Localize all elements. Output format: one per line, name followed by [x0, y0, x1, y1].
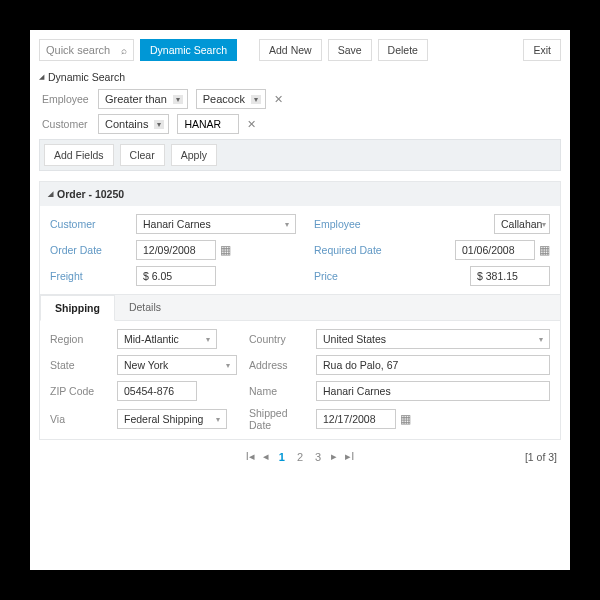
page-status: [1 of 3]: [525, 451, 557, 463]
employee-select[interactable]: Callahan▾: [494, 214, 550, 234]
freight-label: Freight: [50, 270, 128, 282]
first-page-icon[interactable]: I◂: [246, 450, 255, 463]
order-card: ◢ Order - 10250 Customer Hanari Carnes▾ …: [39, 181, 561, 440]
app-panel: Quick search ⌕ Dynamic Search Add New Sa…: [30, 30, 570, 570]
zip-input[interactable]: 05454-876: [117, 381, 197, 401]
freight-input[interactable]: $ 6.05: [136, 266, 216, 286]
chevron-down-icon: ▾: [251, 95, 261, 104]
chevron-down-icon: ▾: [173, 95, 183, 104]
clear-button[interactable]: Clear: [120, 144, 165, 166]
zip-label: ZIP Code: [50, 385, 105, 397]
tab-shipping[interactable]: Shipping: [40, 295, 115, 321]
page-2[interactable]: 2: [295, 451, 305, 463]
state-select[interactable]: New York▾: [117, 355, 237, 375]
order-header[interactable]: ◢ Order - 10250: [40, 182, 560, 206]
dynamic-search-button[interactable]: Dynamic Search: [140, 39, 237, 61]
criteria-label: Employee: [42, 93, 90, 105]
quick-search-placeholder: Quick search: [46, 44, 110, 56]
remove-icon[interactable]: ✕: [274, 93, 283, 106]
required-date-label: Required Date: [314, 244, 394, 256]
calendar-icon[interactable]: ▦: [539, 243, 550, 257]
order-title: Order - 10250: [57, 188, 124, 200]
toolbar: Quick search ⌕ Dynamic Search Add New Sa…: [39, 39, 561, 61]
employee-label: Employee: [314, 218, 394, 230]
criteria-row-customer: Customer Contains▾ ✕: [42, 114, 561, 134]
dynamic-search-section: ◢ Dynamic Search Employee Greater than▾ …: [39, 71, 561, 171]
exit-button[interactable]: Exit: [523, 39, 561, 61]
chevron-down-icon: ▾: [154, 120, 164, 129]
search-icon: ⌕: [121, 45, 127, 56]
chevron-down-icon: ▾: [226, 361, 230, 370]
operator-select[interactable]: Contains▾: [98, 114, 169, 134]
chevron-down-icon: ▾: [542, 220, 546, 229]
last-page-icon[interactable]: ▸I: [345, 450, 354, 463]
remove-icon[interactable]: ✕: [247, 118, 256, 131]
dynamic-search-actions: Add Fields Clear Apply: [39, 139, 561, 171]
address-label: Address: [249, 359, 304, 371]
save-button[interactable]: Save: [328, 39, 372, 61]
via-label: Via: [50, 413, 105, 425]
delete-button[interactable]: Delete: [378, 39, 428, 61]
calendar-icon[interactable]: ▦: [220, 243, 231, 257]
tab-details[interactable]: Details: [115, 295, 175, 320]
country-label: Country: [249, 333, 304, 345]
via-select[interactable]: Federal Shipping▾: [117, 409, 227, 429]
chevron-down-icon: ▾: [285, 220, 289, 229]
required-date-input[interactable]: 01/06/2008: [455, 240, 535, 260]
collapse-icon: ◢: [39, 73, 44, 81]
collapse-icon: ◢: [48, 190, 53, 198]
tabs: Shipping Details: [40, 294, 560, 320]
order-fields: Customer Hanari Carnes▾ Employee Callaha…: [40, 206, 560, 294]
next-page-icon[interactable]: ▸: [331, 450, 337, 463]
calendar-icon[interactable]: ▦: [400, 412, 411, 426]
chevron-down-icon: ▾: [216, 415, 220, 424]
customer-select[interactable]: Hanari Carnes▾: [136, 214, 296, 234]
order-date-label: Order Date: [50, 244, 128, 256]
value-select[interactable]: Peacock▾: [196, 89, 266, 109]
price-input[interactable]: $ 381.15: [470, 266, 550, 286]
criteria-row-employee: Employee Greater than▾ Peacock▾ ✕: [42, 89, 561, 109]
apply-button[interactable]: Apply: [171, 144, 217, 166]
pager: I◂ ◂ 1 2 3 ▸ ▸I [1 of 3]: [39, 440, 561, 465]
operator-select[interactable]: Greater than▾: [98, 89, 188, 109]
criteria-label: Customer: [42, 118, 90, 130]
name-input[interactable]: Hanari Carnes: [316, 381, 550, 401]
address-input[interactable]: Rua do Palo, 67: [316, 355, 550, 375]
region-select[interactable]: Mid-Atlantic▾: [117, 329, 217, 349]
chevron-down-icon: ▾: [206, 335, 210, 344]
shipping-fields: Region Mid-Atlantic▾ Country United Stat…: [40, 320, 560, 439]
value-input[interactable]: [177, 114, 239, 134]
region-label: Region: [50, 333, 105, 345]
country-select[interactable]: United States▾: [316, 329, 550, 349]
order-date-input[interactable]: 12/09/2008: [136, 240, 216, 260]
dynamic-search-title: Dynamic Search: [48, 71, 125, 83]
shipped-date-label: Shipped Date: [249, 407, 304, 431]
dynamic-search-header[interactable]: ◢ Dynamic Search: [39, 71, 561, 83]
chevron-down-icon: ▾: [539, 335, 543, 344]
price-label: Price: [314, 270, 394, 282]
quick-search-input[interactable]: Quick search ⌕: [39, 39, 134, 61]
shipped-date-input[interactable]: 12/17/2008: [316, 409, 396, 429]
state-label: State: [50, 359, 105, 371]
add-fields-button[interactable]: Add Fields: [44, 144, 114, 166]
customer-label: Customer: [50, 218, 128, 230]
page-1[interactable]: 1: [277, 451, 287, 463]
name-label: Name: [249, 385, 304, 397]
add-new-button[interactable]: Add New: [259, 39, 322, 61]
page-3[interactable]: 3: [313, 451, 323, 463]
prev-page-icon[interactable]: ◂: [263, 450, 269, 463]
